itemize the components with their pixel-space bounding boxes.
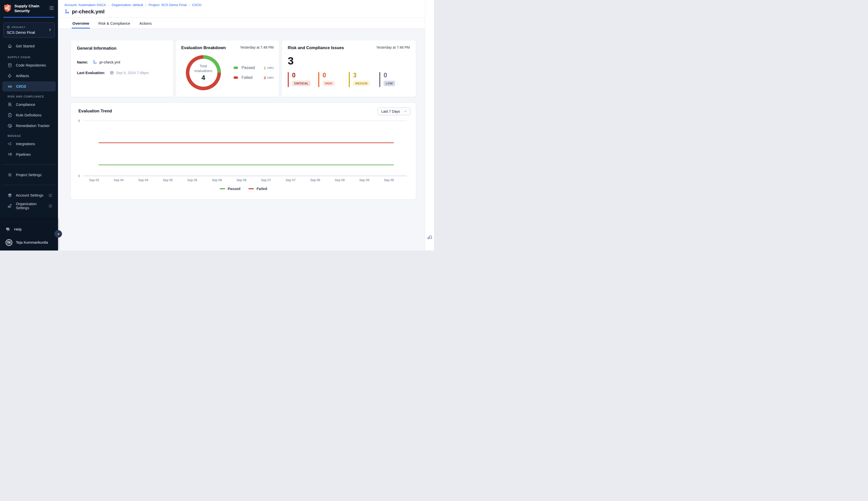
sidebar-item-label: Code Repositories [16, 63, 46, 67]
severity-medium: 3 MEDIUM [349, 72, 379, 87]
svg-text:Sep 04: Sep 04 [138, 179, 148, 182]
passed-swatch [233, 66, 238, 69]
severity-count: 3 [353, 72, 370, 78]
passed-count: 1 [264, 66, 266, 70]
avatar: TK [6, 239, 12, 246]
donut-total-value: 4 [201, 74, 205, 82]
breadcrumb-organization[interactable]: Organization: default [112, 3, 143, 7]
tab-actions[interactable]: Actions [139, 18, 151, 29]
total-issues-value: 3 [288, 55, 410, 67]
sidebar-item-code-repositories[interactable]: Code Repositories [2, 60, 56, 70]
sidebar-item-pipelines[interactable]: Pipelines [2, 149, 56, 160]
layers-icon [7, 193, 12, 198]
svg-text:Sep 06: Sep 06 [237, 179, 247, 182]
svg-text:Sep 07: Sep 07 [286, 179, 296, 182]
sidebar-item-label: Project Settings [16, 173, 42, 177]
legend-item-passed: Passed [220, 187, 241, 191]
severity-low: 0 LOW [379, 72, 410, 87]
sidebar-item-help[interactable]: ? Help [0, 224, 58, 234]
tab-overview[interactable]: Overview [72, 18, 89, 29]
breadcrumb-separator: › [108, 3, 109, 7]
clipboard-check-icon [7, 113, 12, 118]
severity-count: 0 [323, 72, 335, 78]
svg-text:?: ? [7, 228, 8, 230]
card-title: Evaluation Trend [79, 109, 112, 114]
cube-icon [7, 25, 10, 29]
sidebar-section-supply-chain: SUPPLY CHAIN [0, 56, 58, 59]
sidebar-item-label: CI/CD [16, 84, 26, 88]
trend-legend: Passed Failed [71, 187, 416, 191]
sidebar-item-label: Get Started [16, 44, 34, 48]
sidebar-section-manage: MANAGE [0, 134, 58, 137]
sidebar-user[interactable]: TK Teja Kummarikuntla [0, 237, 58, 247]
donut-center-label: Total evaluations [192, 64, 215, 73]
breadcrumb-cicd[interactable]: CI/CD [192, 3, 201, 7]
sidebar-item-get-started[interactable]: Get Started [2, 41, 56, 51]
sidebar-item-cicd[interactable]: CI/CD [2, 82, 56, 92]
sidebar-item-compliance[interactable]: Compliance [2, 99, 56, 110]
right-rail [425, 0, 434, 250]
project-selector[interactable]: PROJECT SCS Demo Final [3, 22, 55, 38]
sidebar-item-label: Help [14, 227, 22, 231]
chat-bubbles-icon[interactable] [427, 234, 432, 241]
date-range-select[interactable]: Last 7 Days [378, 107, 410, 115]
breadcrumb-separator: › [189, 3, 190, 7]
svg-text:Sep 04: Sep 04 [114, 179, 124, 182]
evaluation-breakdown-card: Evaluation Breakdown Yesterday at 7:48 P… [176, 40, 280, 97]
evaluation-trend-card: Evaluation Trend Last 7 Days 05Sep 03Sep… [71, 103, 416, 200]
sidebar-collapse-handle[interactable]: ◀ [54, 230, 62, 238]
sidebar-item-account-settings[interactable]: Account Settings [2, 190, 56, 200]
chat-question-icon: ? [6, 227, 11, 232]
svg-text:Sep 05: Sep 05 [187, 179, 197, 182]
severity-high: 0 HIGH [318, 72, 349, 87]
sidebar-nav: Get Started SUPPLY CHAIN Code Repositori… [0, 41, 58, 211]
evaluation-trend-chart: 05Sep 03Sep 04Sep 04Sep 05Sep 05Sep 06Se… [75, 115, 412, 183]
sidebar-item-project-settings[interactable]: Project Settings [2, 170, 56, 180]
sidebar-item-integrations[interactable]: Integrations [2, 139, 56, 149]
severity-badge: LOW [384, 81, 395, 86]
sidebar-item-label: Rule Definitions [16, 113, 42, 117]
breadcrumb-project[interactable]: Project: SCS Demo Final [148, 3, 186, 7]
tab-bar: Overview Risk & Compliance Actions [58, 18, 425, 29]
tab-risk-compliance[interactable]: Risk & Compliance [98, 18, 130, 29]
project-name: SCS Demo Final [7, 30, 51, 34]
page-title: pr-check.yml [72, 9, 105, 14]
sidebar-item-organization-settings[interactable]: Organization Settings [2, 201, 56, 211]
info-icon[interactable] [49, 193, 52, 197]
risk-compliance-issues-card: Risk and Compliance Issues Yesterday at … [281, 40, 416, 97]
card-title: General Information [77, 46, 167, 51]
sidebar-item-artifacts[interactable]: Artifacts [2, 71, 56, 81]
pipeline-nodes-icon [93, 60, 97, 64]
sidebar-item-rule-definitions[interactable]: Rule Definitions [2, 110, 56, 120]
severity-bar [318, 72, 319, 87]
passed-line-swatch [220, 188, 225, 189]
severity-bar [288, 72, 289, 87]
svg-text:Sep 06: Sep 06 [212, 179, 222, 182]
severity-badge: MEDIUM [353, 81, 370, 86]
svg-text:Sep 08: Sep 08 [335, 179, 345, 182]
severity-count: 0 [292, 72, 311, 78]
severity-count: 0 [384, 72, 395, 78]
supply-chain-security-logo-icon [3, 4, 12, 14]
sidebar-divider [2, 164, 55, 165]
breadcrumb: Account: Automation-SSCA › Organization:… [64, 3, 425, 7]
sidebar-section-risk-compliance: RISK AND COMPLIANCE [0, 95, 58, 98]
sidebar-item-remediation-tracker[interactable]: Remediation Tracker [2, 121, 56, 131]
severity-bar [379, 72, 380, 87]
breadcrumb-account[interactable]: Account: Automation-SSCA [64, 3, 106, 7]
card-title: Evaluation Breakdown [181, 45, 226, 50]
last-evaluation-value: Sep 9, 2024 7:48pm [116, 71, 149, 75]
name-label: Name: [77, 60, 88, 64]
info-icon[interactable] [49, 204, 52, 208]
card-timestamp: Yesterday at 7:48 PM [240, 45, 274, 50]
svg-text:Sep 03: Sep 03 [89, 179, 99, 182]
box-icon [7, 123, 12, 128]
user-name: Teja Kummarikuntla [16, 241, 48, 244]
sidebar-item-label: Organization Settings [16, 202, 45, 210]
sidebar-header: Supply Chain Security [0, 0, 58, 17]
content-area: General Information Name: pr-check.yml [58, 29, 425, 200]
module-grid-icon[interactable] [49, 6, 54, 11]
pipeline-flow-icon [7, 152, 12, 157]
sidebar-item-label: Integrations [16, 142, 35, 146]
pipeline-nodes-icon [64, 9, 70, 14]
